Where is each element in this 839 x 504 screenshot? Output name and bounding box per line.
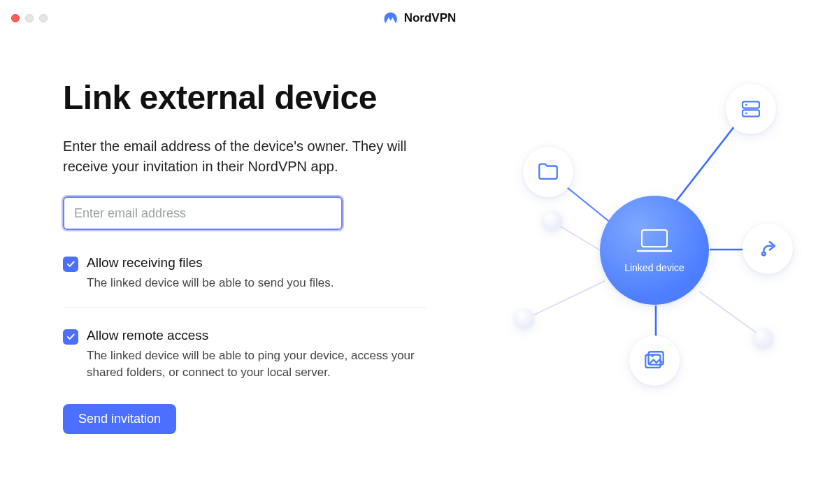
- diagram-node-dot: [515, 309, 534, 329]
- send-invitation-button[interactable]: Send invitation: [63, 404, 176, 434]
- page-title: Link external device: [63, 78, 454, 117]
- diagram-node-dot: [754, 329, 773, 348]
- svg-point-14: [651, 354, 654, 357]
- diagram-node-share: [743, 224, 793, 274]
- diagram-center-label: Linked device: [624, 262, 684, 273]
- server-icon: [740, 98, 762, 120]
- minimize-window-button[interactable]: [25, 14, 34, 22]
- app-brand-name: NordVPN: [404, 11, 457, 25]
- share-icon: [756, 237, 780, 261]
- close-window-button[interactable]: [11, 14, 20, 22]
- allow-files-checkbox[interactable]: [63, 257, 78, 272]
- form-panel: Link external device Enter the email add…: [63, 78, 454, 434]
- allow-remote-desc: The linked device will be able to ping y…: [87, 347, 422, 382]
- illustration-panel: Linked device: [482, 78, 776, 434]
- email-input[interactable]: [63, 196, 343, 230]
- diagram-node-dot: [543, 211, 562, 231]
- maximize-window-button[interactable]: [39, 14, 48, 22]
- check-icon: [66, 259, 76, 269]
- svg-point-11: [762, 252, 766, 256]
- laptop-icon: [635, 227, 674, 255]
- option-allow-receiving-files: Allow receiving files The linked device …: [63, 251, 454, 308]
- svg-point-10: [745, 113, 747, 115]
- allow-files-desc: The linked device will be able to send y…: [87, 275, 334, 292]
- allow-remote-checkbox[interactable]: [63, 329, 78, 345]
- check-icon: [66, 332, 76, 342]
- svg-line-6: [699, 291, 762, 337]
- window-titlebar: NordVPN: [0, 0, 839, 36]
- window-controls: [11, 14, 48, 22]
- allow-remote-label: Allow remote access: [87, 328, 422, 343]
- svg-rect-15: [642, 230, 667, 247]
- nordvpn-logo-icon: [383, 10, 399, 26]
- allow-files-label: Allow receiving files: [87, 255, 334, 271]
- diagram-node-server: [726, 84, 776, 134]
- diagram-node-image: [629, 336, 680, 386]
- option-allow-remote-access: Allow remote access The linked device wi…: [63, 324, 454, 397]
- app-brand: NordVPN: [383, 10, 457, 26]
- svg-line-1: [666, 113, 745, 215]
- network-diagram: Linked device: [482, 71, 804, 421]
- folder-icon: [536, 160, 560, 184]
- image-icon: [643, 349, 666, 373]
- svg-line-5: [524, 281, 605, 319]
- svg-point-9: [745, 104, 747, 106]
- svg-rect-8: [743, 110, 759, 116]
- diagram-node-folder: [523, 147, 573, 197]
- diagram-node-center: Linked device: [600, 196, 709, 305]
- svg-rect-7: [743, 101, 759, 108]
- page-subtitle: Enter the email address of the device's …: [63, 136, 426, 177]
- option-divider: [63, 308, 426, 308]
